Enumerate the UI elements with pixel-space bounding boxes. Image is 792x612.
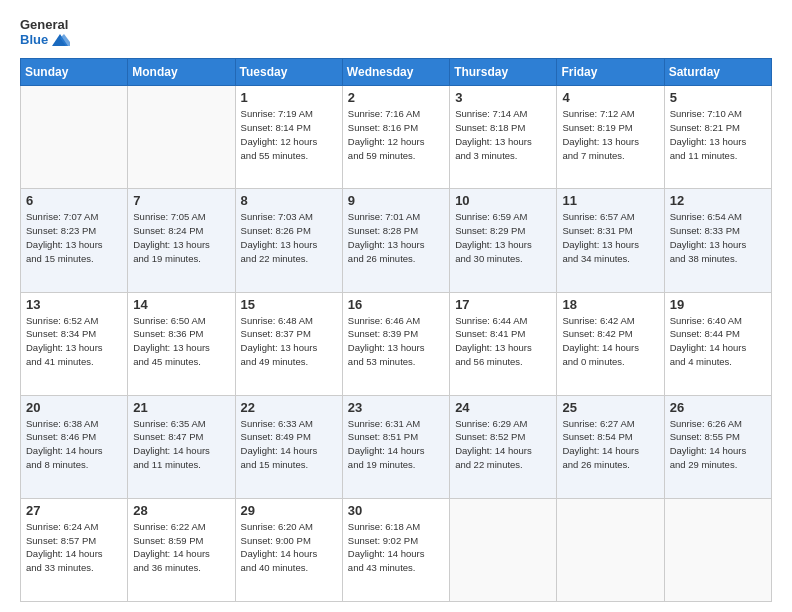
calendar-day-cell [557,498,664,601]
calendar-day-cell: 9Sunrise: 7:01 AM Sunset: 8:28 PM Daylig… [342,189,449,292]
day-number: 1 [241,90,337,105]
day-info: Sunrise: 6:31 AM Sunset: 8:51 PM Dayligh… [348,417,444,472]
calendar-day-cell: 10Sunrise: 6:59 AM Sunset: 8:29 PM Dayli… [450,189,557,292]
weekday-header-wednesday: Wednesday [342,59,449,86]
weekday-header-tuesday: Tuesday [235,59,342,86]
calendar-day-cell [664,498,771,601]
calendar-day-cell: 22Sunrise: 6:33 AM Sunset: 8:49 PM Dayli… [235,395,342,498]
calendar-day-cell: 15Sunrise: 6:48 AM Sunset: 8:37 PM Dayli… [235,292,342,395]
day-number: 27 [26,503,122,518]
logo-icon [50,32,70,48]
calendar-week-row: 20Sunrise: 6:38 AM Sunset: 8:46 PM Dayli… [21,395,772,498]
day-info: Sunrise: 6:59 AM Sunset: 8:29 PM Dayligh… [455,210,551,265]
day-info: Sunrise: 6:46 AM Sunset: 8:39 PM Dayligh… [348,314,444,369]
weekday-header-saturday: Saturday [664,59,771,86]
day-info: Sunrise: 6:54 AM Sunset: 8:33 PM Dayligh… [670,210,766,265]
day-info: Sunrise: 6:52 AM Sunset: 8:34 PM Dayligh… [26,314,122,369]
day-info: Sunrise: 6:26 AM Sunset: 8:55 PM Dayligh… [670,417,766,472]
day-info: Sunrise: 6:42 AM Sunset: 8:42 PM Dayligh… [562,314,658,369]
calendar-day-cell: 28Sunrise: 6:22 AM Sunset: 8:59 PM Dayli… [128,498,235,601]
calendar-table: SundayMondayTuesdayWednesdayThursdayFrid… [20,58,772,602]
calendar-day-cell: 7Sunrise: 7:05 AM Sunset: 8:24 PM Daylig… [128,189,235,292]
day-info: Sunrise: 6:57 AM Sunset: 8:31 PM Dayligh… [562,210,658,265]
calendar-day-cell: 16Sunrise: 6:46 AM Sunset: 8:39 PM Dayli… [342,292,449,395]
day-number: 22 [241,400,337,415]
day-info: Sunrise: 6:24 AM Sunset: 8:57 PM Dayligh… [26,520,122,575]
day-info: Sunrise: 7:07 AM Sunset: 8:23 PM Dayligh… [26,210,122,265]
day-number: 15 [241,297,337,312]
day-info: Sunrise: 6:35 AM Sunset: 8:47 PM Dayligh… [133,417,229,472]
weekday-header-monday: Monday [128,59,235,86]
logo-blue: Blue [20,33,48,47]
day-info: Sunrise: 6:44 AM Sunset: 8:41 PM Dayligh… [455,314,551,369]
day-info: Sunrise: 6:29 AM Sunset: 8:52 PM Dayligh… [455,417,551,472]
calendar-day-cell: 14Sunrise: 6:50 AM Sunset: 8:36 PM Dayli… [128,292,235,395]
day-number: 28 [133,503,229,518]
day-info: Sunrise: 6:48 AM Sunset: 8:37 PM Dayligh… [241,314,337,369]
calendar-day-cell: 25Sunrise: 6:27 AM Sunset: 8:54 PM Dayli… [557,395,664,498]
day-number: 12 [670,193,766,208]
day-number: 26 [670,400,766,415]
day-number: 5 [670,90,766,105]
day-info: Sunrise: 6:27 AM Sunset: 8:54 PM Dayligh… [562,417,658,472]
day-number: 17 [455,297,551,312]
day-number: 29 [241,503,337,518]
day-number: 24 [455,400,551,415]
day-info: Sunrise: 6:22 AM Sunset: 8:59 PM Dayligh… [133,520,229,575]
day-info: Sunrise: 6:33 AM Sunset: 8:49 PM Dayligh… [241,417,337,472]
logo: General Blue [20,18,70,48]
calendar-day-cell: 27Sunrise: 6:24 AM Sunset: 8:57 PM Dayli… [21,498,128,601]
calendar-day-cell: 6Sunrise: 7:07 AM Sunset: 8:23 PM Daylig… [21,189,128,292]
calendar-day-cell: 8Sunrise: 7:03 AM Sunset: 8:26 PM Daylig… [235,189,342,292]
day-number: 8 [241,193,337,208]
day-info: Sunrise: 7:05 AM Sunset: 8:24 PM Dayligh… [133,210,229,265]
day-info: Sunrise: 7:12 AM Sunset: 8:19 PM Dayligh… [562,107,658,162]
day-number: 21 [133,400,229,415]
calendar-day-cell: 5Sunrise: 7:10 AM Sunset: 8:21 PM Daylig… [664,86,771,189]
day-number: 4 [562,90,658,105]
day-info: Sunrise: 7:10 AM Sunset: 8:21 PM Dayligh… [670,107,766,162]
day-number: 2 [348,90,444,105]
day-number: 7 [133,193,229,208]
day-number: 13 [26,297,122,312]
day-number: 18 [562,297,658,312]
day-info: Sunrise: 6:50 AM Sunset: 8:36 PM Dayligh… [133,314,229,369]
day-info: Sunrise: 7:03 AM Sunset: 8:26 PM Dayligh… [241,210,337,265]
weekday-header-thursday: Thursday [450,59,557,86]
day-number: 10 [455,193,551,208]
day-info: Sunrise: 7:19 AM Sunset: 8:14 PM Dayligh… [241,107,337,162]
calendar-day-cell: 26Sunrise: 6:26 AM Sunset: 8:55 PM Dayli… [664,395,771,498]
calendar-day-cell: 23Sunrise: 6:31 AM Sunset: 8:51 PM Dayli… [342,395,449,498]
calendar-day-cell: 4Sunrise: 7:12 AM Sunset: 8:19 PM Daylig… [557,86,664,189]
day-number: 9 [348,193,444,208]
calendar-day-cell: 21Sunrise: 6:35 AM Sunset: 8:47 PM Dayli… [128,395,235,498]
calendar-day-cell: 24Sunrise: 6:29 AM Sunset: 8:52 PM Dayli… [450,395,557,498]
calendar-week-row: 13Sunrise: 6:52 AM Sunset: 8:34 PM Dayli… [21,292,772,395]
day-number: 25 [562,400,658,415]
day-number: 14 [133,297,229,312]
calendar-day-cell: 17Sunrise: 6:44 AM Sunset: 8:41 PM Dayli… [450,292,557,395]
calendar-day-cell: 30Sunrise: 6:18 AM Sunset: 9:02 PM Dayli… [342,498,449,601]
calendar-week-row: 27Sunrise: 6:24 AM Sunset: 8:57 PM Dayli… [21,498,772,601]
weekday-header-sunday: Sunday [21,59,128,86]
day-info: Sunrise: 6:38 AM Sunset: 8:46 PM Dayligh… [26,417,122,472]
day-info: Sunrise: 7:16 AM Sunset: 8:16 PM Dayligh… [348,107,444,162]
day-number: 11 [562,193,658,208]
calendar-day-cell [21,86,128,189]
calendar-day-cell: 2Sunrise: 7:16 AM Sunset: 8:16 PM Daylig… [342,86,449,189]
calendar-day-cell: 11Sunrise: 6:57 AM Sunset: 8:31 PM Dayli… [557,189,664,292]
day-number: 3 [455,90,551,105]
calendar-week-row: 1Sunrise: 7:19 AM Sunset: 8:14 PM Daylig… [21,86,772,189]
day-info: Sunrise: 6:40 AM Sunset: 8:44 PM Dayligh… [670,314,766,369]
day-number: 20 [26,400,122,415]
logo-general: General [20,18,70,32]
calendar-day-cell: 18Sunrise: 6:42 AM Sunset: 8:42 PM Dayli… [557,292,664,395]
weekday-header-row: SundayMondayTuesdayWednesdayThursdayFrid… [21,59,772,86]
day-info: Sunrise: 6:18 AM Sunset: 9:02 PM Dayligh… [348,520,444,575]
calendar-day-cell: 12Sunrise: 6:54 AM Sunset: 8:33 PM Dayli… [664,189,771,292]
calendar-day-cell: 13Sunrise: 6:52 AM Sunset: 8:34 PM Dayli… [21,292,128,395]
calendar-week-row: 6Sunrise: 7:07 AM Sunset: 8:23 PM Daylig… [21,189,772,292]
calendar-day-cell: 1Sunrise: 7:19 AM Sunset: 8:14 PM Daylig… [235,86,342,189]
calendar-day-cell: 20Sunrise: 6:38 AM Sunset: 8:46 PM Dayli… [21,395,128,498]
calendar-day-cell: 19Sunrise: 6:40 AM Sunset: 8:44 PM Dayli… [664,292,771,395]
